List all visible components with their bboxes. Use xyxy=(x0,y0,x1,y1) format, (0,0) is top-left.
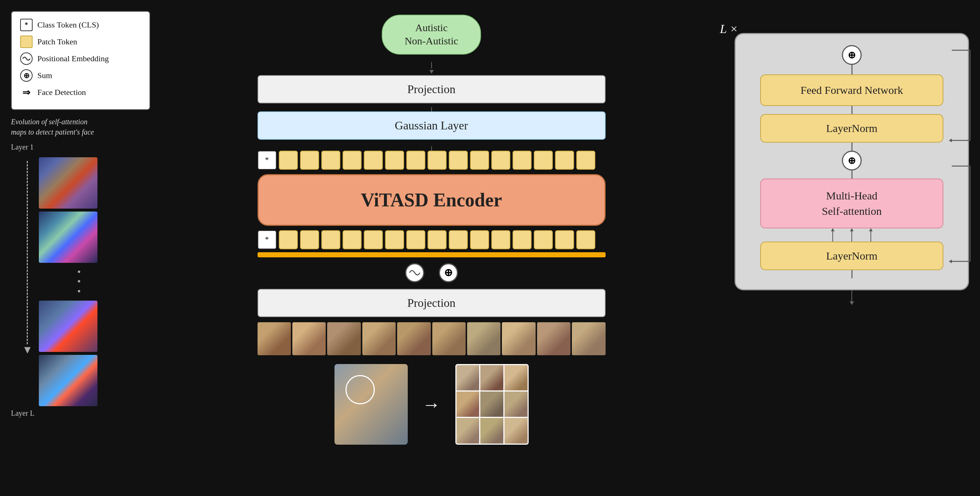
ipt10 xyxy=(470,230,489,249)
attention-connector: ▼ • • • xyxy=(29,157,97,406)
mhsa-box: Multi-Head Self-attention xyxy=(760,179,943,228)
pt11 xyxy=(491,151,510,170)
triple-arrows xyxy=(832,228,871,242)
ipt9 xyxy=(449,230,468,249)
ipt11 xyxy=(491,230,510,249)
legend-cls-label: Class Token (CLS) xyxy=(37,20,99,30)
patch-face-9 xyxy=(537,322,570,355)
sum-top: ⊕ xyxy=(842,45,862,65)
transformer-input-connector xyxy=(735,290,969,305)
detect-circle xyxy=(345,375,375,404)
grid-patch-image xyxy=(455,364,529,445)
legend-patch: Patch Token xyxy=(20,35,142,48)
patch-face-1 xyxy=(258,322,291,355)
face-original-image xyxy=(334,364,408,445)
pt14 xyxy=(555,151,574,170)
legend-cls: * Class Token (CLS) xyxy=(20,18,142,32)
left-panel: * Class Token (CLS) Patch Token xyxy=(11,11,150,485)
sum-legend-icon: ⊕ xyxy=(20,69,33,82)
patch-face-2 xyxy=(292,322,326,355)
pt3 xyxy=(321,151,340,170)
face-detect-legend-icon: ⇒ xyxy=(20,86,33,99)
svg-marker-7 xyxy=(949,260,952,263)
ffn-box: Feed Forward Network xyxy=(760,74,943,106)
legend-face-label: Face Detection xyxy=(37,88,86,97)
grid-cell-5 xyxy=(480,392,503,417)
legend-pos: Positional Embedding xyxy=(20,52,142,65)
patch-icon xyxy=(20,35,33,48)
patch-face-4 xyxy=(362,322,396,355)
output-label: Autistic Non-Autistic xyxy=(382,15,480,54)
ipt13 xyxy=(534,230,553,249)
center-panel: Autistic Non-Autistic Projection Gaussia… xyxy=(158,11,705,485)
pt8 xyxy=(428,151,447,170)
patch-images-row xyxy=(258,322,606,355)
attention-img-3 xyxy=(39,301,97,352)
layer-bottom-label: Layer L xyxy=(11,409,150,418)
layernorm-bottom-box: LayerNorm xyxy=(760,242,943,270)
patch-face-7 xyxy=(467,322,500,355)
ipt15 xyxy=(576,230,595,249)
ipt12 xyxy=(512,230,531,249)
attention-img-4 xyxy=(39,355,97,406)
pt7 xyxy=(406,151,425,170)
grid-cell-9 xyxy=(504,418,528,443)
legend-sum: ⊕ Sum xyxy=(20,69,142,82)
grid-cell-2 xyxy=(480,365,503,391)
projection-top-bar: Projection xyxy=(258,75,606,104)
input-token-row: * xyxy=(258,230,606,249)
grid-cell-8 xyxy=(480,418,503,443)
pt2 xyxy=(300,151,319,170)
ipt7 xyxy=(406,230,425,249)
right-panel: L × ⊕ Feed Forward Network xyxy=(713,11,969,485)
pos-embed-icon xyxy=(405,263,424,282)
legend-pos-label: Positional Embedding xyxy=(37,54,109,64)
cls-token-output: * xyxy=(258,151,277,170)
ipt4 xyxy=(342,230,361,249)
encoder-box: ViTASD Encoder xyxy=(258,174,606,226)
gaussian-layer-bar: Gaussian Layer xyxy=(258,112,606,140)
patch-face-6 xyxy=(432,322,466,355)
right-arrow-icon: → xyxy=(422,394,441,415)
patch-face-10 xyxy=(572,322,605,355)
cls-icon: * xyxy=(20,18,33,32)
cls-token-input: * xyxy=(258,230,277,249)
grid-cell-3 xyxy=(504,365,528,391)
sum-middle: ⊕ xyxy=(842,151,862,171)
icons-row: ⊕ xyxy=(405,263,458,282)
pos-embed-bar xyxy=(258,252,606,257)
layer-top-label: Layer 1 xyxy=(11,143,150,152)
pt9 xyxy=(449,151,468,170)
grid-cell-4 xyxy=(457,392,480,417)
transformer-block: ⊕ Feed Forward Network LayerNorm ⊕ Multi… xyxy=(735,33,969,290)
output-token-row: * xyxy=(258,151,606,170)
attention-section: Evolution of self-attention maps to dete… xyxy=(11,116,150,485)
l-times-label: L × xyxy=(720,22,738,36)
projection-bottom-bar: Projection xyxy=(258,289,606,317)
attention-img-1 xyxy=(39,157,97,209)
ipt14 xyxy=(555,230,574,249)
pt4 xyxy=(342,151,361,170)
ipt1 xyxy=(279,230,298,249)
legend-box: * Class Token (CLS) Patch Token xyxy=(11,11,150,110)
pt1 xyxy=(279,151,298,170)
attention-title: Evolution of self-attention maps to dete… xyxy=(11,116,150,137)
grid-cell-6 xyxy=(504,392,528,417)
grid-cell-7 xyxy=(457,418,480,443)
patch-face-5 xyxy=(397,322,431,355)
ipt5 xyxy=(364,230,383,249)
pt12 xyxy=(512,151,531,170)
pt5 xyxy=(364,151,383,170)
ipt8 xyxy=(428,230,447,249)
attention-images: ▼ • • • xyxy=(22,155,150,406)
ipt6 xyxy=(385,230,404,249)
layernorm-top-box: LayerNorm xyxy=(760,114,943,143)
pt15 xyxy=(576,151,595,170)
pt10 xyxy=(470,151,489,170)
face-detect-box xyxy=(334,364,408,445)
legend-patch-label: Patch Token xyxy=(37,37,77,46)
pt6 xyxy=(385,151,404,170)
patch-face-3 xyxy=(327,322,361,355)
ipt2 xyxy=(300,230,319,249)
attention-img-2 xyxy=(39,212,97,263)
